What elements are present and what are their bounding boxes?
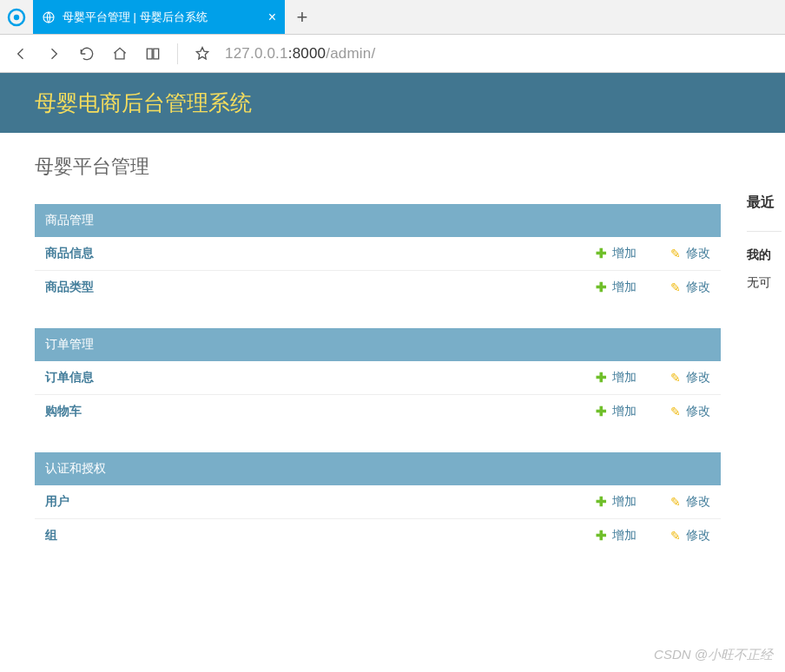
browser-tab-strip: 母婴平台管理 | 母婴后台系统 × +: [0, 0, 785, 35]
change-label: 修改: [686, 404, 710, 419]
home-button[interactable]: [104, 38, 135, 69]
plus-icon: ✚: [596, 494, 607, 510]
change-label: 修改: [686, 246, 710, 261]
add-link[interactable]: ✚增加: [596, 404, 670, 419]
change-link[interactable]: ✎修改: [670, 528, 710, 544]
model-link[interactable]: 商品信息: [45, 246, 596, 261]
reader-button[interactable]: [137, 38, 168, 69]
pencil-icon: ✎: [670, 280, 681, 294]
change-label: 修改: [686, 280, 710, 295]
close-icon[interactable]: ×: [268, 10, 276, 25]
add-link[interactable]: ✚增加: [596, 528, 670, 544]
tab-title: 母婴平台管理 | 母婴后台系统: [63, 10, 208, 25]
page-title: 母婴平台管理: [35, 154, 721, 180]
model-link[interactable]: 用户: [45, 494, 596, 510]
model-row: 商品信息✚增加✎修改: [35, 237, 721, 271]
add-label: 增加: [612, 404, 637, 419]
url-port: :8000: [288, 45, 327, 62]
change-link[interactable]: ✎修改: [670, 404, 710, 419]
sidebar-divider: [747, 231, 782, 232]
add-label: 增加: [612, 370, 637, 385]
plus-icon: ✚: [596, 246, 607, 261]
add-link[interactable]: ✚增加: [596, 370, 670, 385]
recent-actions-heading: 最近: [747, 194, 782, 212]
pencil-icon: ✎: [670, 405, 681, 418]
toolbar-separator: [177, 43, 178, 64]
pencil-icon: ✎: [670, 247, 681, 260]
browser-toolbar: 127.0.0.1:8000/admin/: [0, 35, 785, 73]
module: 订单管理订单信息✚增加✎修改购物车✚增加✎修改: [35, 328, 721, 428]
change-label: 修改: [686, 528, 710, 544]
change-link[interactable]: ✎修改: [670, 280, 710, 295]
model-row: 订单信息✚增加✎修改: [35, 361, 721, 395]
model-link[interactable]: 订单信息: [45, 370, 596, 385]
change-label: 修改: [686, 494, 710, 510]
address-bar[interactable]: 127.0.0.1:8000/admin/: [220, 45, 375, 63]
plus-icon: ✚: [596, 404, 607, 419]
model-link[interactable]: 购物车: [45, 404, 596, 419]
add-link[interactable]: ✚增加: [596, 246, 670, 261]
new-tab-button[interactable]: +: [285, 0, 320, 34]
site-title: 母婴电商后台管理系统: [35, 90, 252, 115]
svg-point-1: [14, 14, 19, 19]
no-actions-text: 无可: [747, 275, 782, 291]
add-label: 增加: [612, 528, 637, 544]
globe-icon: [42, 10, 56, 24]
module: 商品管理商品信息✚增加✎修改商品类型✚增加✎修改: [35, 204, 721, 304]
add-label: 增加: [612, 280, 637, 295]
model-row: 商品类型✚增加✎修改: [35, 271, 721, 304]
plus-icon: ✚: [596, 280, 607, 295]
module-caption: 订单管理: [35, 328, 721, 361]
pencil-icon: ✎: [670, 371, 681, 385]
change-label: 修改: [686, 370, 710, 385]
add-label: 增加: [612, 246, 637, 261]
module-caption: 商品管理: [35, 204, 721, 237]
url-path: /admin/: [326, 45, 375, 62]
add-link[interactable]: ✚增加: [596, 494, 670, 510]
model-link[interactable]: 组: [45, 528, 596, 544]
change-link[interactable]: ✎修改: [670, 370, 710, 385]
plus-icon: ✚: [596, 528, 607, 544]
watermark: CSDN @小旺不正经: [654, 647, 773, 663]
bookmark-button[interactable]: [187, 38, 218, 69]
browser-tab-active[interactable]: 母婴平台管理 | 母婴后台系统 ×: [33, 0, 285, 34]
my-actions-heading: 我的: [747, 247, 782, 263]
add-label: 增加: [612, 494, 637, 510]
back-button[interactable]: [5, 38, 36, 69]
pencil-icon: ✎: [670, 529, 681, 543]
add-link[interactable]: ✚增加: [596, 280, 670, 295]
model-row: 用户✚增加✎修改: [35, 485, 721, 519]
url-host: 127.0.0.1: [225, 45, 288, 62]
model-row: 购物车✚增加✎修改: [35, 395, 721, 428]
model-link[interactable]: 商品类型: [45, 280, 596, 295]
site-header: 母婴电商后台管理系统: [0, 73, 785, 133]
module: 认证和授权用户✚增加✎修改组✚增加✎修改: [35, 452, 721, 552]
forward-button[interactable]: [38, 38, 69, 69]
module-caption: 认证和授权: [35, 452, 721, 485]
sidebar: 最近 我的 无可: [747, 154, 782, 291]
reload-button[interactable]: [71, 38, 102, 69]
browser-logo-icon: [0, 0, 33, 34]
model-row: 组✚增加✎修改: [35, 519, 721, 552]
pencil-icon: ✎: [670, 495, 681, 509]
plus-icon: ✚: [596, 370, 607, 385]
change-link[interactable]: ✎修改: [670, 246, 710, 261]
change-link[interactable]: ✎修改: [670, 494, 710, 510]
